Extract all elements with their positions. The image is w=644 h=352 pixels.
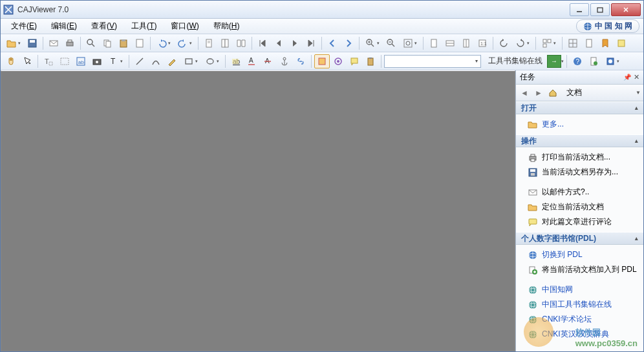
task-item[interactable]: CNKI学术论坛 [516, 312, 643, 327]
zoom-fit-button[interactable] [400, 36, 420, 50]
go-button[interactable]: → [547, 55, 561, 68]
bookmark-button[interactable] [597, 36, 613, 50]
task-item-label: 当前活动文档另存为... [542, 167, 618, 178]
menu-help[interactable]: 帮助(H) [207, 19, 246, 33]
annotation-tool-button[interactable] [347, 54, 362, 68]
rect-tool-button[interactable] [180, 54, 201, 68]
rotate-right-button[interactable] [512, 36, 533, 50]
info-button[interactable] [586, 54, 601, 68]
back-button[interactable] [325, 36, 340, 50]
forward-button[interactable] [341, 36, 356, 50]
search-combo[interactable] [384, 55, 481, 68]
save-icon [528, 167, 538, 178]
grid-button[interactable] [565, 36, 581, 50]
stamp-tool-button[interactable] [314, 54, 330, 68]
menu-edit[interactable]: 编辑(E) [45, 19, 83, 33]
task-pane-body: 打开▴更多...操作▴打印当前活动文档...当前活动文档另存为...以邮件方式?… [516, 101, 643, 351]
task-item[interactable]: 打印当前活动文档... [516, 150, 643, 165]
menu-file[interactable]: 文件(E) [5, 19, 43, 33]
section-header[interactable]: 打开▴ [516, 101, 643, 114]
search-button[interactable] [83, 36, 99, 50]
knowledge-tool-button[interactable] [330, 54, 346, 68]
task-item[interactable]: 以邮件方式?.. [516, 185, 643, 200]
menu-tools[interactable]: 工具(T) [125, 19, 163, 33]
task-item[interactable]: CNKI英汉/汉英辞典 [516, 327, 643, 342]
task-item[interactable]: 当前活动文档另存为... [516, 165, 643, 180]
help-button[interactable]: ? [570, 54, 585, 68]
nav-home-button[interactable] [547, 87, 559, 99]
clipboard-tool-button[interactable] [363, 54, 378, 68]
svg-rect-22 [225, 39, 228, 47]
nav-back-button[interactable]: ◄ [519, 87, 530, 99]
task-item[interactable]: 切换到 PDL [516, 247, 643, 262]
actual-size-button[interactable]: 1:1 [475, 36, 490, 50]
line-tool-button[interactable] [132, 54, 147, 68]
rotate-left-button[interactable] [496, 36, 511, 50]
undo-button[interactable] [153, 36, 174, 50]
page-icon-button[interactable] [132, 36, 147, 50]
task-item[interactable]: 中国工具书集锦在线 [516, 297, 643, 312]
doc-button[interactable] [581, 36, 597, 50]
strikeout-tool-button[interactable]: A [261, 54, 276, 68]
text-tool-button[interactable]: T [105, 54, 126, 68]
fit-page-button[interactable] [426, 36, 442, 50]
last-page-button[interactable] [303, 36, 319, 50]
page-button[interactable] [201, 36, 217, 50]
zoom-in-button[interactable] [362, 36, 383, 50]
cloud-button[interactable] [602, 54, 623, 68]
anchor-tool-button[interactable] [277, 54, 292, 68]
curve-tool-button[interactable] [148, 54, 164, 68]
print-button[interactable] [62, 36, 78, 50]
section-header[interactable]: 个人数字图书馆(PDL)▴ [516, 232, 643, 245]
underline-tool-button[interactable]: A [244, 54, 260, 68]
close-button[interactable] [611, 3, 641, 16]
pages-button[interactable] [217, 36, 233, 50]
pointer-tool-button[interactable] [19, 54, 35, 68]
copy-button[interactable] [100, 36, 115, 50]
task-item[interactable]: 对此篇文章进行评论 [516, 214, 643, 229]
task-item[interactable]: 中国知网 [516, 282, 643, 297]
pin-icon[interactable]: 📌 [623, 74, 631, 81]
first-page-button[interactable] [255, 36, 270, 50]
pencil-tool-button[interactable] [164, 54, 180, 68]
window-layout-button[interactable] [539, 36, 559, 50]
nav-dropdown-icon[interactable]: ▼ [636, 90, 641, 96]
ellipse-tool-button[interactable] [202, 54, 222, 68]
book-button[interactable] [233, 36, 249, 50]
snapshot-button[interactable] [89, 54, 105, 68]
select-text-button[interactable]: T [41, 54, 56, 68]
notes-button[interactable] [614, 36, 629, 50]
prev-page-button[interactable] [271, 36, 286, 50]
open-button[interactable] [3, 36, 24, 50]
section-header[interactable]: 操作▴ [516, 134, 643, 147]
web-icon [528, 300, 538, 310]
ocr-button[interactable]: ab [73, 54, 89, 68]
document-viewport[interactable] [1, 70, 515, 351]
fit-width-button[interactable] [442, 36, 458, 50]
task-item[interactable]: 定位当前活动文档 [516, 200, 643, 214]
select-image-button[interactable] [57, 54, 72, 68]
redo-button[interactable] [175, 36, 195, 50]
fit-height-button[interactable] [458, 36, 474, 50]
maximize-button[interactable] [590, 3, 610, 16]
zoom-out-button[interactable] [383, 36, 399, 50]
menu-view[interactable]: 查看(V) [85, 19, 123, 33]
mail-button[interactable] [46, 36, 61, 50]
task-item[interactable]: 将当前活动文档加入到 PDL [516, 262, 643, 277]
task-pane: 任务 📌 ✕ ◄ ► 文档 ▼ 打开▴更多...操作▴打印当前活动文档...当前… [515, 70, 643, 351]
save-button[interactable] [25, 36, 40, 50]
menu-window[interactable]: 窗口(W) [164, 19, 205, 33]
brand-badge[interactable]: 中 国 知 网 [576, 19, 639, 33]
highlight-tool-button[interactable]: ab [228, 54, 244, 68]
svg-rect-9 [67, 42, 73, 46]
link-tool-button[interactable] [293, 54, 308, 68]
svg-rect-69 [369, 57, 372, 59]
paste-button[interactable] [116, 36, 131, 50]
hand-tool-button[interactable] [3, 54, 19, 68]
task-item[interactable]: 更多... [516, 117, 643, 132]
close-pane-button[interactable]: ✕ [634, 73, 639, 81]
next-page-button[interactable] [287, 36, 303, 50]
minimize-button[interactable] [570, 3, 589, 16]
svg-rect-39 [543, 44, 546, 47]
nav-forward-button[interactable]: ► [533, 87, 544, 99]
